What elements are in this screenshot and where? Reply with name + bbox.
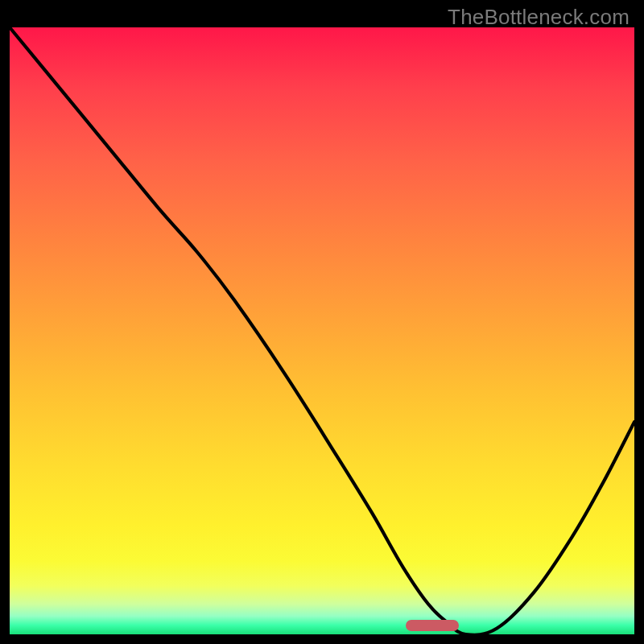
optimal-range-marker bbox=[406, 620, 459, 631]
watermark-text: TheBottleneck.com bbox=[448, 5, 630, 30]
curve-path bbox=[10, 27, 634, 635]
bottleneck-curve bbox=[10, 27, 634, 634]
